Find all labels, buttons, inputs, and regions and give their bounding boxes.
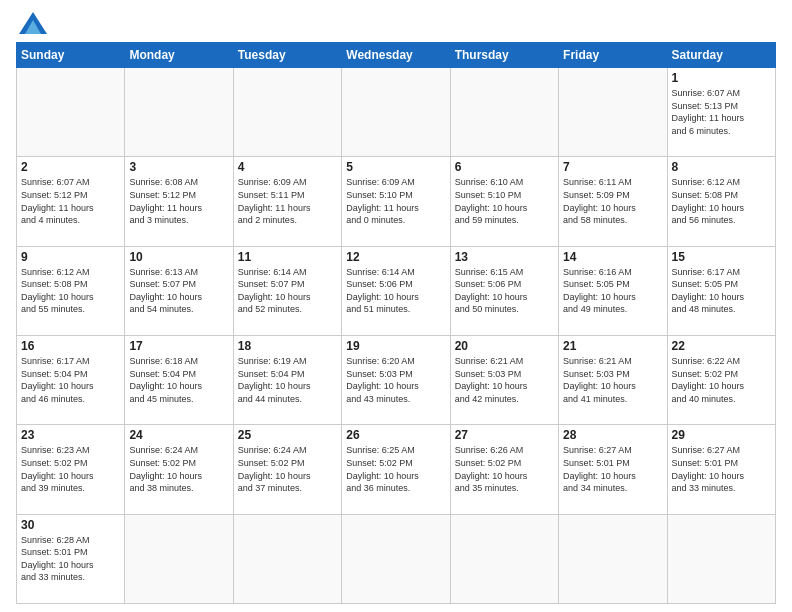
table-row (233, 514, 341, 603)
table-row (559, 68, 667, 157)
day-info: Sunrise: 6:13 AM Sunset: 5:07 PM Dayligh… (129, 266, 228, 316)
table-row (559, 514, 667, 603)
day-number: 17 (129, 339, 228, 353)
day-info: Sunrise: 6:07 AM Sunset: 5:13 PM Dayligh… (672, 87, 771, 137)
day-number: 21 (563, 339, 662, 353)
day-info: Sunrise: 6:24 AM Sunset: 5:02 PM Dayligh… (129, 444, 228, 494)
table-row: 26Sunrise: 6:25 AM Sunset: 5:02 PM Dayli… (342, 425, 450, 514)
day-number: 9 (21, 250, 120, 264)
day-info: Sunrise: 6:18 AM Sunset: 5:04 PM Dayligh… (129, 355, 228, 405)
day-number: 13 (455, 250, 554, 264)
day-number: 28 (563, 428, 662, 442)
day-info: Sunrise: 6:19 AM Sunset: 5:04 PM Dayligh… (238, 355, 337, 405)
day-number: 19 (346, 339, 445, 353)
day-number: 1 (672, 71, 771, 85)
table-row: 29Sunrise: 6:27 AM Sunset: 5:01 PM Dayli… (667, 425, 775, 514)
table-row: 23Sunrise: 6:23 AM Sunset: 5:02 PM Dayli… (17, 425, 125, 514)
day-number: 27 (455, 428, 554, 442)
day-number: 6 (455, 160, 554, 174)
day-info: Sunrise: 6:12 AM Sunset: 5:08 PM Dayligh… (21, 266, 120, 316)
table-row: 2Sunrise: 6:07 AM Sunset: 5:12 PM Daylig… (17, 157, 125, 246)
day-info: Sunrise: 6:12 AM Sunset: 5:08 PM Dayligh… (672, 176, 771, 226)
day-info: Sunrise: 6:21 AM Sunset: 5:03 PM Dayligh… (563, 355, 662, 405)
col-saturday: Saturday (667, 43, 775, 68)
day-info: Sunrise: 6:11 AM Sunset: 5:09 PM Dayligh… (563, 176, 662, 226)
table-row: 6Sunrise: 6:10 AM Sunset: 5:10 PM Daylig… (450, 157, 558, 246)
table-row: 30Sunrise: 6:28 AM Sunset: 5:01 PM Dayli… (17, 514, 125, 603)
day-number: 12 (346, 250, 445, 264)
day-info: Sunrise: 6:08 AM Sunset: 5:12 PM Dayligh… (129, 176, 228, 226)
day-info: Sunrise: 6:16 AM Sunset: 5:05 PM Dayligh… (563, 266, 662, 316)
table-row: 28Sunrise: 6:27 AM Sunset: 5:01 PM Dayli… (559, 425, 667, 514)
day-number: 22 (672, 339, 771, 353)
table-row: 22Sunrise: 6:22 AM Sunset: 5:02 PM Dayli… (667, 335, 775, 424)
table-row: 15Sunrise: 6:17 AM Sunset: 5:05 PM Dayli… (667, 246, 775, 335)
table-row: 13Sunrise: 6:15 AM Sunset: 5:06 PM Dayli… (450, 246, 558, 335)
day-info: Sunrise: 6:09 AM Sunset: 5:10 PM Dayligh… (346, 176, 445, 226)
table-row: 3Sunrise: 6:08 AM Sunset: 5:12 PM Daylig… (125, 157, 233, 246)
table-row: 16Sunrise: 6:17 AM Sunset: 5:04 PM Dayli… (17, 335, 125, 424)
col-monday: Monday (125, 43, 233, 68)
day-number: 26 (346, 428, 445, 442)
day-info: Sunrise: 6:28 AM Sunset: 5:01 PM Dayligh… (21, 534, 120, 584)
header (16, 12, 776, 34)
table-row: 8Sunrise: 6:12 AM Sunset: 5:08 PM Daylig… (667, 157, 775, 246)
day-number: 29 (672, 428, 771, 442)
table-row: 27Sunrise: 6:26 AM Sunset: 5:02 PM Dayli… (450, 425, 558, 514)
table-row: 5Sunrise: 6:09 AM Sunset: 5:10 PM Daylig… (342, 157, 450, 246)
day-number: 18 (238, 339, 337, 353)
day-number: 3 (129, 160, 228, 174)
table-row: 11Sunrise: 6:14 AM Sunset: 5:07 PM Dayli… (233, 246, 341, 335)
table-row: 1Sunrise: 6:07 AM Sunset: 5:13 PM Daylig… (667, 68, 775, 157)
table-row (342, 68, 450, 157)
day-info: Sunrise: 6:15 AM Sunset: 5:06 PM Dayligh… (455, 266, 554, 316)
day-info: Sunrise: 6:27 AM Sunset: 5:01 PM Dayligh… (563, 444, 662, 494)
day-number: 4 (238, 160, 337, 174)
table-row: 24Sunrise: 6:24 AM Sunset: 5:02 PM Dayli… (125, 425, 233, 514)
day-info: Sunrise: 6:09 AM Sunset: 5:11 PM Dayligh… (238, 176, 337, 226)
table-row (450, 514, 558, 603)
logo-icon (19, 12, 47, 34)
day-number: 16 (21, 339, 120, 353)
col-tuesday: Tuesday (233, 43, 341, 68)
table-row: 10Sunrise: 6:13 AM Sunset: 5:07 PM Dayli… (125, 246, 233, 335)
table-row: 25Sunrise: 6:24 AM Sunset: 5:02 PM Dayli… (233, 425, 341, 514)
table-row: 4Sunrise: 6:09 AM Sunset: 5:11 PM Daylig… (233, 157, 341, 246)
day-info: Sunrise: 6:10 AM Sunset: 5:10 PM Dayligh… (455, 176, 554, 226)
day-info: Sunrise: 6:25 AM Sunset: 5:02 PM Dayligh… (346, 444, 445, 494)
day-number: 24 (129, 428, 228, 442)
table-row (125, 514, 233, 603)
day-number: 11 (238, 250, 337, 264)
col-wednesday: Wednesday (342, 43, 450, 68)
calendar-table: Sunday Monday Tuesday Wednesday Thursday… (16, 42, 776, 604)
logo-blue-row (16, 12, 47, 34)
day-info: Sunrise: 6:24 AM Sunset: 5:02 PM Dayligh… (238, 444, 337, 494)
day-number: 30 (21, 518, 120, 532)
col-sunday: Sunday (17, 43, 125, 68)
day-number: 14 (563, 250, 662, 264)
calendar-header-row: Sunday Monday Tuesday Wednesday Thursday… (17, 43, 776, 68)
day-info: Sunrise: 6:07 AM Sunset: 5:12 PM Dayligh… (21, 176, 120, 226)
table-row (342, 514, 450, 603)
table-row: 19Sunrise: 6:20 AM Sunset: 5:03 PM Dayli… (342, 335, 450, 424)
day-number: 15 (672, 250, 771, 264)
day-number: 10 (129, 250, 228, 264)
day-info: Sunrise: 6:22 AM Sunset: 5:02 PM Dayligh… (672, 355, 771, 405)
day-info: Sunrise: 6:26 AM Sunset: 5:02 PM Dayligh… (455, 444, 554, 494)
day-info: Sunrise: 6:17 AM Sunset: 5:04 PM Dayligh… (21, 355, 120, 405)
col-thursday: Thursday (450, 43, 558, 68)
day-number: 7 (563, 160, 662, 174)
day-info: Sunrise: 6:14 AM Sunset: 5:07 PM Dayligh… (238, 266, 337, 316)
day-number: 5 (346, 160, 445, 174)
table-row: 7Sunrise: 6:11 AM Sunset: 5:09 PM Daylig… (559, 157, 667, 246)
table-row (125, 68, 233, 157)
table-row (17, 68, 125, 157)
day-number: 2 (21, 160, 120, 174)
col-friday: Friday (559, 43, 667, 68)
table-row: 20Sunrise: 6:21 AM Sunset: 5:03 PM Dayli… (450, 335, 558, 424)
day-number: 25 (238, 428, 337, 442)
table-row: 14Sunrise: 6:16 AM Sunset: 5:05 PM Dayli… (559, 246, 667, 335)
day-info: Sunrise: 6:20 AM Sunset: 5:03 PM Dayligh… (346, 355, 445, 405)
table-row (450, 68, 558, 157)
day-number: 23 (21, 428, 120, 442)
